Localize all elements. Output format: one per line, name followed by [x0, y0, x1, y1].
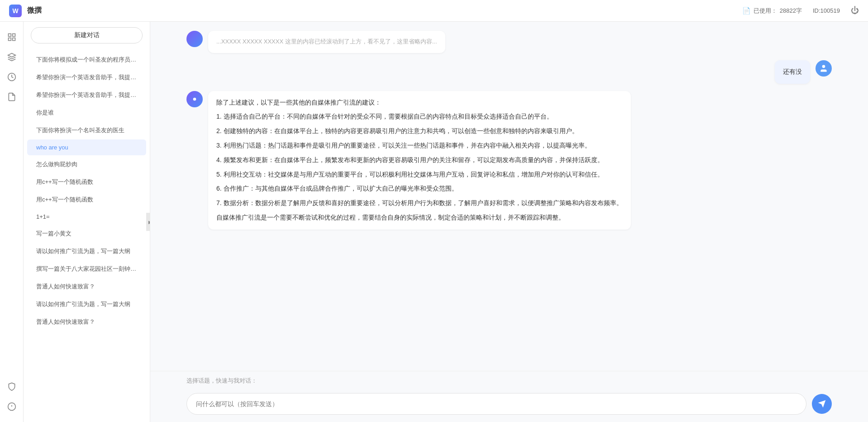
chat-list-item[interactable]: 普通人如何快速致富？ — [27, 313, 146, 331]
chat-list-item[interactable]: 怎么做狗屁炒肉 — [27, 156, 146, 173]
chat-input[interactable] — [186, 393, 806, 415]
icon-sidebar — [0, 22, 24, 422]
quick-topics: 选择话题，快速与我对话： — [150, 371, 868, 388]
app-title: 微撰 — [27, 6, 42, 15]
chat-messages: ...XXXXX XXXXX XXXXX 这里的内容已经滚动到了上方，看不见了，… — [150, 22, 868, 371]
app-logo: W — [9, 5, 22, 17]
power-icon[interactable]: ⏻ — [851, 6, 859, 15]
chat-main: ...XXXXX XXXXX XXXXX 这里的内容已经滚动到了上方，看不见了，… — [150, 22, 868, 422]
usage-value: 28822字 — [780, 7, 802, 15]
message-bubble-ai: 除了上述建议，以下是一些其他的自媒体推广引流的建议：1. 选择适合自己的平台：不… — [208, 91, 631, 230]
usage-label: 已使用： — [754, 7, 777, 15]
svg-point-8 — [822, 65, 825, 68]
sidebar-icon-home[interactable] — [4, 29, 20, 45]
partial-message-row: ...XXXXX XXXXX XXXXX 这里的内容已经滚动到了上方，看不见了，… — [186, 31, 832, 53]
sidebar-icon-info[interactable] — [4, 398, 20, 415]
usage-display: 📄 已使用： 28822字 — [742, 7, 802, 15]
ai-avatar-partial — [186, 31, 203, 47]
chat-list-item[interactable]: 下面你将模拟成一个叫圣友的程序员，我说... — [27, 51, 146, 68]
chat-list-item[interactable]: 希望你扮演一个英语发音助手，我提供给你... — [27, 69, 146, 86]
main-layout: 新建对话 下面你将模拟成一个叫圣友的程序员，我说...希望你扮演一个英语发音助手… — [0, 22, 868, 422]
chat-list-item[interactable]: 请以如何推广引流为题，写一篇大纲 — [27, 243, 146, 260]
svg-point-9 — [193, 97, 196, 101]
message-bubble-user: 还有没 — [775, 60, 810, 84]
sidebar-icon-cube[interactable] — [4, 49, 20, 65]
chat-list: 下面你将模拟成一个叫圣友的程序员，我说...希望你扮演一个英语发音助手，我提供给… — [24, 49, 150, 422]
header-right: 📄 已使用： 28822字 ID:100519 ⏻ — [742, 6, 859, 15]
message-row-ai: 除了上述建议，以下是一些其他的自媒体推广引流的建议：1. 选择适合自己的平台：不… — [186, 91, 832, 230]
svg-rect-0 — [8, 34, 11, 37]
input-area — [150, 388, 868, 422]
message-row-user: 还有没 — [186, 60, 832, 84]
new-chat-button[interactable]: 新建对话 — [31, 27, 143, 43]
chat-list-item[interactable]: 1+1= — [27, 209, 146, 225]
chat-list-item[interactable]: 写一篇小黄文 — [27, 225, 146, 242]
chat-list-item[interactable]: 下面你将扮演一个名叫圣友的医生 — [27, 122, 146, 139]
chat-list-item[interactable]: 撰写一篇关于八大家花园社区一刻钟便民生... — [27, 260, 146, 278]
chat-list-item[interactable]: 希望你扮演一个英语发音助手，我提供给你... — [27, 86, 146, 104]
document-icon: 📄 — [742, 7, 751, 15]
partial-message-bubble: ...XXXXX XXXXX XXXXX 这里的内容已经滚动到了上方，看不见了，… — [208, 31, 445, 53]
svg-rect-2 — [8, 38, 11, 41]
chat-sidebar: 新建对话 下面你将模拟成一个叫圣友的程序员，我说...希望你扮演一个英语发音助手… — [24, 22, 150, 422]
sidebar-expand-button[interactable]: ▶ — [146, 213, 150, 231]
quick-topics-label: 选择话题，快速与我对话： — [186, 377, 257, 384]
ai-avatar — [186, 91, 203, 107]
send-icon — [817, 399, 826, 408]
chat-list-item[interactable]: 请以如何推广引流为题，写一篇大纲 — [27, 296, 146, 313]
chat-list-item[interactable]: 用c++写一个随机函数 — [27, 173, 146, 191]
send-button[interactable] — [812, 394, 832, 414]
header-left: W 微撰 — [9, 5, 42, 17]
header: W 微撰 📄 已使用： 28822字 ID:100519 ⏻ — [0, 0, 868, 22]
icon-sidebar-bottom — [4, 379, 20, 415]
user-avatar — [816, 60, 832, 77]
sidebar-icon-clock[interactable] — [4, 69, 20, 85]
user-id: ID:100519 — [813, 7, 840, 14]
chat-list-item[interactable]: 普通人如何快速致富？ — [27, 278, 146, 295]
sidebar-icon-shield[interactable] — [4, 379, 20, 395]
chat-list-item[interactable]: 用c++写一个随机函数 — [27, 191, 146, 208]
sidebar-icon-document[interactable] — [4, 89, 20, 105]
svg-rect-1 — [12, 34, 15, 37]
svg-rect-3 — [12, 38, 15, 41]
chat-list-item[interactable]: 你是谁 — [27, 104, 146, 121]
chat-list-item[interactable]: who are you — [27, 139, 146, 155]
